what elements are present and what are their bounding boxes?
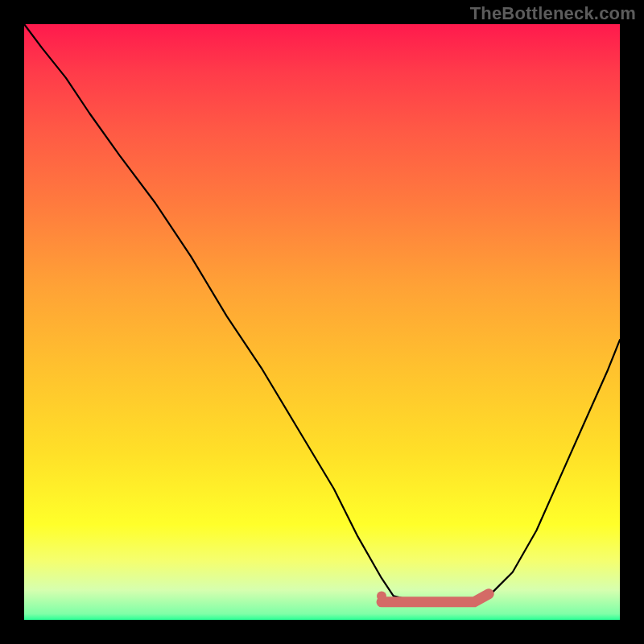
bottleneck-curve — [24, 24, 620, 602]
optimal-point-marker — [377, 591, 386, 601]
chart-svg — [24, 24, 620, 620]
chart-frame: TheBottleneck.com — [0, 0, 644, 644]
watermark-text: TheBottleneck.com — [470, 3, 636, 24]
optimal-range-marker — [382, 594, 489, 602]
plot-area — [24, 24, 620, 620]
